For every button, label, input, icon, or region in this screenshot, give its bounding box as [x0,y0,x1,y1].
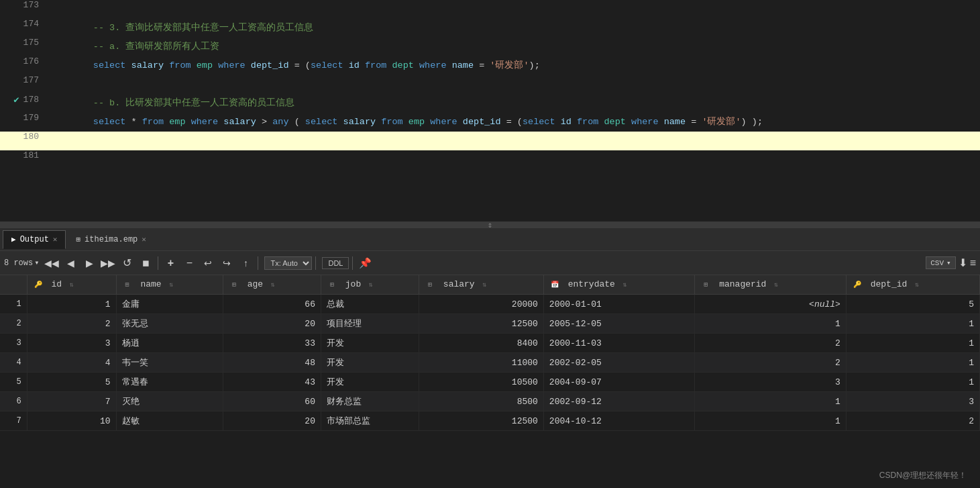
code-line-177[interactable]: 177 -- b. 比研发部其中任意一人工资高的员工信息 [0,75,980,94]
cell-age[interactable]: 20 [223,411,321,431]
code-line-179[interactable]: 179 [0,113,980,132]
col-header-id[interactable]: 🔑 id ⇅ [27,275,116,295]
pin-button[interactable]: 📌 [359,257,372,269]
table-row[interactable]: 44韦一笑48开发110002002-02-0521 [0,353,980,373]
cell-id[interactable]: 5 [27,373,116,392]
cell-salary[interactable]: 12500 [419,314,544,334]
cell-age[interactable]: 20 [223,314,321,334]
cell-entrydate[interactable]: 2000-11-03 [543,334,695,353]
cell-id[interactable]: 2 [27,314,116,334]
col-header-managerid[interactable]: ⊞ managerid ⇅ [695,275,847,295]
cell-job[interactable]: 市场部总监 [321,411,419,431]
upload-button[interactable]: ↑ [237,254,254,272]
ddl-button[interactable]: DDL [322,257,349,269]
cell-entrydate[interactable]: 2004-10-12 [543,411,695,431]
table-row[interactable]: 710赵敏20市场部总监125002004-10-1212 [0,411,980,431]
deptid-sort-icon[interactable]: ⇅ [915,281,919,289]
job-sort-icon[interactable]: ⇅ [369,281,373,289]
table-row[interactable]: 22张无忌20项目经理125002005-12-0511 [0,314,980,334]
cell-job[interactable]: 财务总监 [321,392,419,411]
stop-button[interactable]: ◼ [137,254,154,272]
code-line-174[interactable]: 174 -- a. 查询研发部所有人工资 [0,19,980,38]
cell-id[interactable]: 10 [27,411,116,431]
code-line-176[interactable]: 176 [0,56,980,75]
cell-entrydate[interactable]: 2005-12-05 [543,314,695,334]
cell-id[interactable]: 3 [27,334,116,353]
cell-managerid[interactable]: 1 [695,314,847,334]
add-row-button[interactable]: + [162,254,179,272]
redo-button[interactable]: ↪ [218,254,235,272]
cell-job[interactable]: 总裁 [321,295,419,314]
cell-name[interactable]: 赵敏 [116,411,223,431]
nav-prev-button[interactable]: ◀ [62,254,79,272]
managerid-sort-icon[interactable]: ⇅ [774,281,778,289]
name-sort-icon[interactable]: ⇅ [169,281,173,289]
entrydate-sort-icon[interactable]: ⇅ [623,281,627,289]
cell-job[interactable]: 开发 [321,334,419,353]
cell-id[interactable]: 7 [27,392,116,411]
cell-age[interactable]: 66 [223,295,321,314]
cell-dept_id[interactable]: 1 [846,373,979,392]
cell-managerid[interactable]: 1 [695,392,847,411]
cell-entrydate[interactable]: 2002-09-12 [543,392,695,411]
col-header-name[interactable]: ⊞ name ⇅ [116,275,223,295]
cell-salary[interactable]: 12500 [419,411,544,431]
filter-button[interactable]: ≡ [970,257,976,269]
tab-output[interactable]: ▶ Output ✕ [3,230,66,249]
cell-age[interactable]: 43 [223,373,321,392]
code-line-180[interactable]: 180 [0,132,980,150]
tx-select[interactable]: Tx: Auto [264,256,312,270]
cell-managerid[interactable]: 1 [695,411,847,431]
cell-job[interactable]: 开发 [321,373,419,392]
refresh-button[interactable]: ↺ [118,254,135,272]
code-line-175[interactable]: 175 select salary from emp where dept_id… [0,38,980,56]
cell-dept_id[interactable]: 5 [846,295,979,314]
itheima-tab-close[interactable]: ✕ [142,235,146,244]
col-header-entrydate[interactable]: 📅 entrydate ⇅ [543,275,695,295]
cell-name[interactable]: 张无忌 [116,314,223,334]
cell-age[interactable]: 33 [223,334,321,353]
nav-next-button[interactable]: ▶ [80,254,98,272]
cell-name[interactable]: 韦一笑 [116,353,223,373]
cell-salary[interactable]: 11000 [419,353,544,373]
output-tab-close[interactable]: ✕ [53,235,58,244]
cell-dept_id[interactable]: 3 [846,392,979,411]
csv-dropdown[interactable]: CSV ▾ [926,256,955,269]
cell-salary[interactable]: 8400 [419,334,544,353]
cell-job[interactable]: 项目经理 [321,314,419,334]
col-header-job[interactable]: ⊞ job ⇅ [321,275,419,295]
cell-salary[interactable]: 20000 [419,295,544,314]
cell-age[interactable]: 48 [223,353,321,373]
cell-managerid[interactable]: <null> [695,295,847,314]
id-sort-icon[interactable]: ⇅ [70,281,74,289]
col-header-dept-id[interactable]: 🔑 dept_id ⇅ [846,275,979,295]
cell-dept_id[interactable]: 2 [846,411,979,431]
data-table-wrap[interactable]: 🔑 id ⇅ ⊞ name ⇅ ⊞ age ⇅ ⊞ [0,275,980,488]
cell-managerid[interactable]: 3 [695,373,847,392]
cell-entrydate[interactable]: 2004-09-07 [543,373,695,392]
table-row[interactable]: 11金庸66总裁200002000-01-01<null>5 [0,295,980,314]
cell-entrydate[interactable]: 2002-02-05 [543,353,695,373]
tab-itheima[interactable]: ⊞ itheima.emp ✕ [67,230,154,249]
cell-id[interactable]: 1 [27,295,116,314]
table-row[interactable]: 67灭绝60财务总监85002002-09-1213 [0,392,980,411]
delete-row-button[interactable]: − [180,254,198,272]
cell-managerid[interactable]: 2 [695,334,847,353]
cell-dept_id[interactable]: 1 [846,334,979,353]
table-row[interactable]: 55常遇春43开发105002004-09-0731 [0,373,980,392]
export-button[interactable]: ⬇ [959,256,967,269]
code-line-173[interactable]: 173 -- 3. 查询比研发部其中任意一人工资高的员工信息 [0,0,980,19]
cell-dept_id[interactable]: 1 [846,353,979,373]
cell-managerid[interactable]: 2 [695,353,847,373]
table-row[interactable]: 33杨逍33开发84002000-11-0321 [0,334,980,353]
code-line-178[interactable]: ✔ 178 select * from emp where salary > a… [0,94,980,113]
code-line-181[interactable]: 181 [0,150,980,169]
col-header-salary[interactable]: ⊞ salary ⇅ [419,275,544,295]
cell-name[interactable]: 常遇春 [116,373,223,392]
age-sort-icon[interactable]: ⇅ [271,281,275,289]
cell-dept_id[interactable]: 1 [846,314,979,334]
cell-name[interactable]: 金庸 [116,295,223,314]
nav-first-button[interactable]: ◀◀ [43,254,60,272]
cell-id[interactable]: 4 [27,353,116,373]
cell-name[interactable]: 灭绝 [116,392,223,411]
